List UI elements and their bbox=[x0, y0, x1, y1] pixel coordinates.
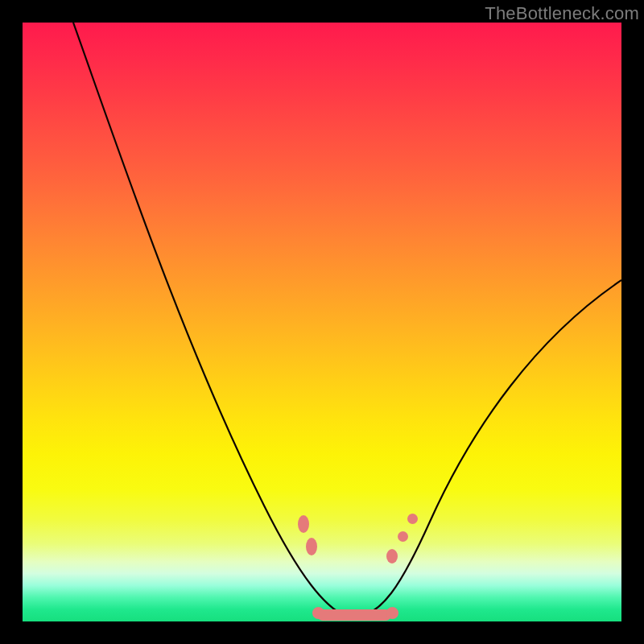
marker-bottom-band bbox=[317, 609, 391, 621]
plot-area bbox=[23, 23, 621, 621]
marker-right-upper bbox=[407, 514, 418, 524]
marker-bottom-right bbox=[386, 607, 398, 619]
marker-left-lower bbox=[306, 538, 317, 555]
marker-left-upper bbox=[298, 515, 309, 533]
watermark-text: TheBottleneck.com bbox=[485, 3, 639, 24]
chart-frame: TheBottleneck.com bbox=[0, 0, 644, 644]
marker-right-mid bbox=[398, 531, 408, 542]
curve-path bbox=[73, 23, 621, 618]
bottleneck-curve bbox=[23, 23, 621, 621]
marker-bottom-left bbox=[312, 607, 324, 619]
marker-right-lower bbox=[386, 549, 398, 564]
